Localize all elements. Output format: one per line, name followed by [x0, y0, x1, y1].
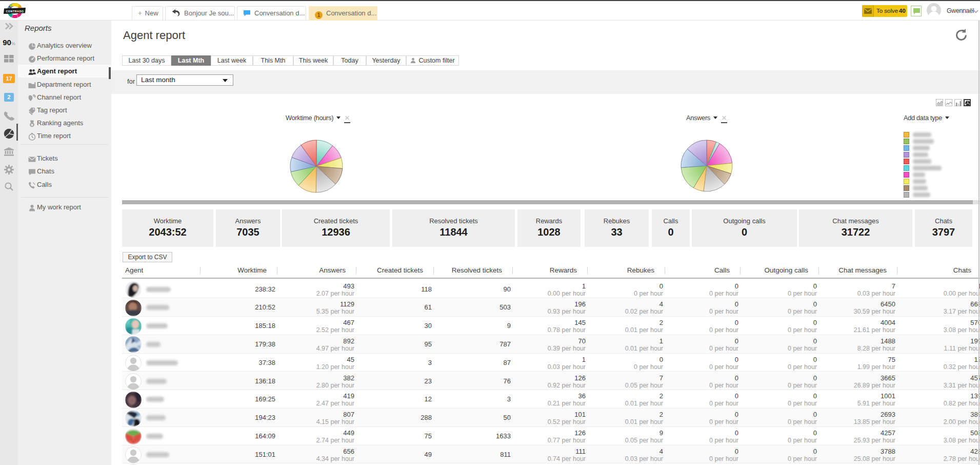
svg-text:CONTRADO: CONTRADO — [6, 10, 24, 13]
